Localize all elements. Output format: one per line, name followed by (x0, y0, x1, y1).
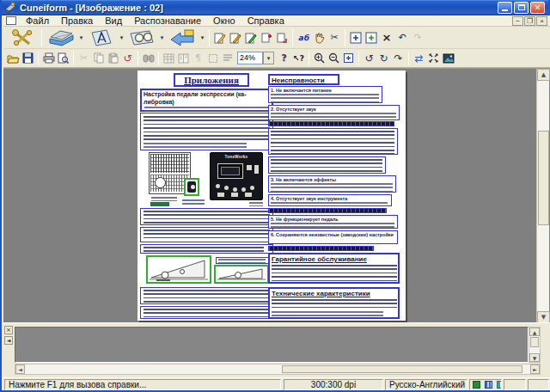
add-image-zone-button[interactable] (364, 30, 379, 46)
zone-paragraph[interactable] (140, 287, 273, 304)
zone-specs[interactable]: Технические характеристики (268, 287, 400, 319)
undo-small-button[interactable]: ↺ (120, 51, 135, 65)
refresh-button[interactable]: ⇄ (412, 51, 426, 65)
menu-help[interactable]: Справка (241, 15, 290, 27)
image-workspace[interactable]: Приложения Настройка педали экспрессии (… (3, 68, 550, 322)
redo-button[interactable]: ↷ (410, 30, 425, 46)
zone-fault-4[interactable]: 4. Отсутствует звук инструмента (268, 194, 392, 206)
zoom-value[interactable]: 24% (237, 52, 263, 64)
image-view-button[interactable] (441, 51, 455, 65)
zone-fault-2[interactable]: 2. Отсутствует звук (268, 105, 400, 120)
menu-edit[interactable]: Правка (55, 15, 99, 27)
zone-paragraph[interactable] (140, 306, 273, 319)
inverted-text-bar[interactable] (268, 208, 387, 213)
zone-paragraph[interactable] (140, 208, 273, 225)
append-page-button[interactable] (274, 30, 290, 46)
cut-button[interactable]: ✂ (76, 51, 91, 65)
workspace-vertical-scrollbar[interactable]: ▲ ▼ (536, 69, 549, 322)
inverted-text-bar[interactable] (268, 246, 374, 251)
recognize-block-button[interactable] (228, 30, 243, 46)
rotate-left-button[interactable]: ↺ (362, 51, 376, 65)
save-button[interactable] (21, 51, 35, 65)
inverted-text-bar[interactable] (268, 121, 394, 126)
zone-picture-pedalboard[interactable]: ToneWorks (210, 152, 263, 200)
export-button[interactable] (166, 28, 199, 48)
zone-section-heading[interactable]: Настройка педали экспрессии (ка- либровк… (140, 89, 273, 112)
zone-fault-5[interactable]: 5. Не функционирует педаль (268, 215, 398, 229)
recognize-page-button[interactable] (212, 30, 228, 46)
recognize-button[interactable] (85, 28, 118, 48)
mdi-minimize-button[interactable]: − (512, 16, 523, 26)
formatting-marks-button[interactable]: ¶ (191, 51, 205, 65)
scroll-left-icon[interactable]: ◄ (15, 364, 25, 374)
scan-button[interactable] (45, 28, 77, 48)
scan-dropdown[interactable]: ▾ (77, 28, 85, 48)
minimize-button[interactable] (498, 2, 512, 14)
scrollbar-thumb[interactable] (282, 365, 522, 373)
verify-dropdown[interactable]: ▾ (158, 28, 166, 48)
recognize-all-button[interactable] (243, 30, 259, 46)
mdi-restore-button[interactable]: ❐ (524, 16, 535, 26)
recognize-dropdown[interactable]: ▾ (118, 28, 125, 48)
zone-paragraph[interactable] (140, 244, 273, 254)
zoom-dropdown-icon[interactable]: ▾ (263, 52, 274, 64)
zone-faults-heading[interactable]: Неисправности (268, 74, 339, 85)
wizard-button[interactable] (6, 28, 39, 48)
table-mode-button[interactable] (162, 51, 176, 65)
zone-fault-3[interactable]: 3. Не включаются эффекты (268, 175, 396, 193)
zone-picture-pedal-1[interactable] (146, 255, 211, 284)
add-text-zone-button[interactable] (348, 30, 364, 46)
zone-caption[interactable] (216, 257, 269, 264)
close-button[interactable]: ✕ (530, 2, 545, 14)
fit-page-button[interactable] (426, 51, 441, 65)
columns-mode-button[interactable] (176, 51, 191, 65)
panel-collapse-button[interactable]: ◄ (4, 336, 13, 345)
add-page-button[interactable] (259, 30, 274, 46)
zoom-combobox[interactable]: 24% ▾ (237, 52, 274, 64)
recognized-text-area[interactable] (15, 327, 529, 363)
menu-file[interactable]: Файл (20, 15, 55, 27)
rotate-right-button[interactable]: ↷ (391, 51, 406, 65)
zone-fault-1[interactable]: 1. Не включается питание (268, 86, 382, 103)
scroll-up-icon[interactable]: ▲ (537, 69, 550, 81)
panel-close-button[interactable]: × (4, 326, 13, 334)
delete-zone-button[interactable]: × (379, 30, 394, 46)
frame-mode-button[interactable] (205, 51, 220, 65)
zone-warranty[interactable]: Гарантийное обслуживание (268, 253, 400, 284)
maximize-button[interactable] (514, 2, 529, 14)
help-button[interactable]: ? (277, 51, 291, 65)
zoom-out-button[interactable] (327, 51, 341, 65)
scroll-up-icon[interactable]: ▲ (529, 328, 540, 336)
zone-paragraph[interactable] (140, 113, 273, 150)
copy-button[interactable] (91, 51, 106, 65)
scroll-down-icon[interactable]: ▼ (537, 311, 550, 322)
app-icon[interactable] (4, 2, 16, 14)
zone-fault-6[interactable]: 6. Сохраняются неизвестные (заводские) н… (268, 230, 398, 244)
zone-picture-pedal-2[interactable] (214, 265, 269, 284)
panel-horizontal-scrollbar[interactable]: ◄ ► (15, 364, 541, 375)
zone-paragraph[interactable] (268, 156, 386, 174)
zoom-in-button[interactable] (312, 51, 327, 65)
text-view-button[interactable] (220, 51, 235, 65)
cut-zone-button[interactable]: ✂ (327, 30, 342, 46)
language-button[interactable]: аб (296, 30, 311, 46)
menu-window[interactable]: Окно (207, 15, 241, 27)
zone-page-title[interactable]: Приложения (174, 73, 249, 87)
mdi-close-button[interactable]: × (536, 16, 547, 26)
zone-picture-small[interactable] (184, 178, 199, 196)
preview-button[interactable] (56, 51, 70, 65)
undo-button[interactable]: ↶ (394, 30, 410, 46)
document-icon[interactable] (6, 16, 16, 25)
scrollbar-thumb[interactable] (538, 131, 549, 225)
zone-paragraph[interactable] (268, 128, 398, 155)
pan-button[interactable] (311, 30, 327, 46)
rotate-180-button[interactable]: ↻ (376, 51, 391, 65)
open-button[interactable] (6, 51, 21, 65)
zoom-area-button[interactable] (341, 51, 356, 65)
verify-button[interactable] (125, 28, 158, 48)
panel-vertical-scrollbar[interactable]: ▲ ▼ (529, 327, 541, 363)
export-dropdown[interactable]: ▾ (199, 28, 206, 48)
scrollbar-thumb[interactable] (530, 337, 539, 347)
menu-view[interactable]: Вид (99, 15, 128, 27)
menu-recognition[interactable]: Распознавание (128, 15, 207, 27)
